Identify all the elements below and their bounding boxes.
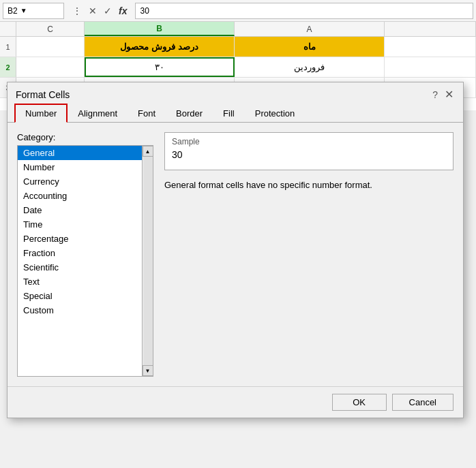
cancel-icon[interactable]: ✕ <box>86 4 100 18</box>
fx-icon[interactable]: fx <box>116 4 130 18</box>
format-cells-dialog: Format Cells ? ✕ Number Alignment Font B… <box>7 82 464 418</box>
scrollbar-up-button[interactable]: ▲ <box>143 146 153 157</box>
dialog-controls: ? ✕ <box>432 88 455 101</box>
sample-box: Sample 30 <box>164 132 453 170</box>
right-panel: Sample 30 General format cells have no s… <box>164 132 453 377</box>
row-number-2: 2 <box>0 57 16 77</box>
dialog-titlebar: Format Cells ? ✕ <box>8 82 463 104</box>
list-item[interactable]: Accounting <box>18 189 142 203</box>
col-header-a[interactable]: A <box>235 22 385 36</box>
sample-value: 30 <box>172 149 446 160</box>
cell-b1[interactable]: درصد فروش محصول <box>85 37 235 57</box>
list-item[interactable]: Currency <box>18 174 142 189</box>
format-description: General format cells have no specific nu… <box>164 178 453 192</box>
list-item[interactable]: Time <box>18 217 142 232</box>
cell-ref-dropdown-icon[interactable]: ▼ <box>20 7 27 14</box>
dialog-title: Format Cells <box>16 89 70 100</box>
cell-c2[interactable] <box>16 57 85 77</box>
scrollbar-down-button[interactable]: ▼ <box>143 365 153 376</box>
list-item[interactable]: Fraction <box>18 246 142 260</box>
cell-rest-1 <box>385 37 476 57</box>
dialog-body: Category: General Number Currency Accoun… <box>8 123 463 386</box>
category-label: Category: <box>17 132 153 142</box>
dialog-tabs: Number Alignment Font Border Fill Protec… <box>8 104 463 123</box>
list-item[interactable]: General <box>18 146 142 160</box>
cell-ref-value: B2 <box>8 6 18 16</box>
list-item[interactable]: Text <box>18 275 142 289</box>
formula-icons-area: ⋮ ✕ ✓ fx <box>67 4 132 18</box>
list-item[interactable]: Number <box>18 160 142 174</box>
dialog-close-button[interactable]: ✕ <box>443 88 455 101</box>
formula-bar: B2 ▼ ⋮ ✕ ✓ fx <box>0 0 476 22</box>
confirm-icon[interactable]: ✓ <box>101 4 115 18</box>
cell-rest-2 <box>385 57 476 77</box>
scrollbar-track[interactable] <box>143 157 153 365</box>
table-row: 1 درصد فروش محصول ماه <box>0 37 476 57</box>
sample-label: Sample <box>172 137 446 146</box>
category-section: Category: General Number Currency Accoun… <box>17 132 153 377</box>
list-item[interactable]: Special <box>18 289 142 303</box>
col-header-c[interactable]: C <box>16 22 85 36</box>
dialog-help-button[interactable]: ? <box>432 89 438 100</box>
formula-input[interactable] <box>135 3 473 19</box>
col-header-rest <box>385 22 476 36</box>
category-list-wrapper: General Number Currency Accounting Date … <box>17 145 153 377</box>
tab-fill[interactable]: Fill <box>213 104 245 123</box>
cell-a2[interactable]: فروردین <box>235 57 385 77</box>
list-item[interactable]: Scientific <box>18 260 142 275</box>
tab-font[interactable]: Font <box>128 104 166 123</box>
row-number-1: 1 <box>0 37 16 57</box>
cell-c1[interactable] <box>16 37 85 57</box>
cell-b2[interactable]: ۳۰ <box>85 57 235 77</box>
col-header-b[interactable]: B <box>85 22 235 36</box>
category-scrollbar[interactable]: ▲ ▼ <box>142 146 153 376</box>
list-item[interactable]: Date <box>18 203 142 217</box>
tab-protection[interactable]: Protection <box>245 104 306 123</box>
category-list[interactable]: General Number Currency Accounting Date … <box>18 146 142 376</box>
list-item[interactable]: Percentage <box>18 232 142 246</box>
dialog-footer: OK Cancel <box>8 386 463 418</box>
list-item[interactable]: Custom <box>18 303 142 317</box>
corner-cell <box>0 22 16 36</box>
tab-number[interactable]: Number <box>14 104 68 123</box>
cell-a1[interactable]: ماه <box>235 37 385 57</box>
tab-alignment[interactable]: Alignment <box>68 104 128 123</box>
column-headers: C B A <box>0 22 476 37</box>
tab-border[interactable]: Border <box>166 104 213 123</box>
cell-reference-box[interactable]: B2 ▼ <box>3 3 64 19</box>
ok-button[interactable]: OK <box>332 394 387 411</box>
more-options-icon[interactable]: ⋮ <box>70 4 85 18</box>
cancel-button[interactable]: Cancel <box>392 394 453 411</box>
table-row: 2 ۳۰ فروردین <box>0 57 476 78</box>
